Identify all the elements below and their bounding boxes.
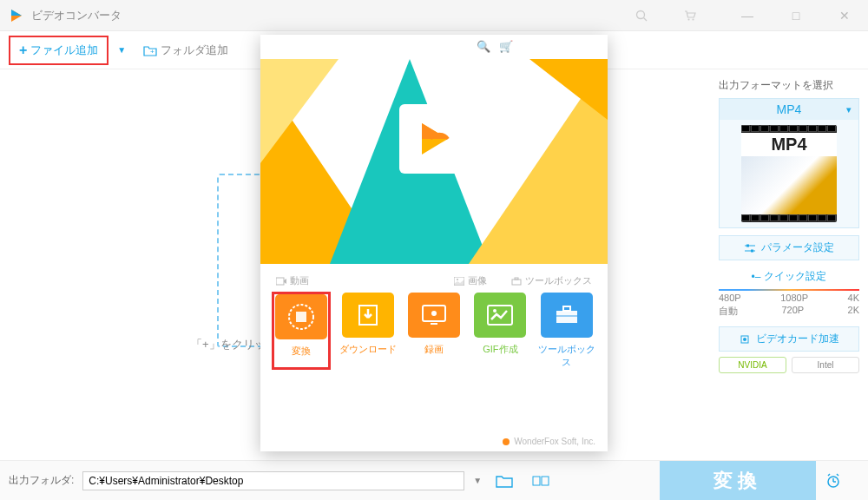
modal-categories: 動画 画像 ツールボックス (273, 271, 595, 293)
svg-rect-8 (751, 249, 753, 252)
svg-line-1 (644, 17, 648, 21)
browse-folder-icon[interactable] (490, 469, 518, 493)
svg-point-2 (688, 18, 690, 20)
resolution-slider[interactable] (719, 289, 859, 291)
modal-title: HD Video Converter Factory Pro (285, 41, 422, 51)
svg-point-34 (503, 438, 510, 445)
svg-rect-21 (512, 280, 521, 285)
format-head[interactable]: MP4 ▾ (720, 99, 858, 120)
tile-record[interactable]: 録画 (405, 293, 463, 369)
svg-point-20 (457, 279, 458, 280)
close-button[interactable]: ✕ (830, 9, 859, 23)
minimize-button[interactable]: — (733, 9, 762, 23)
res-row1: 480P1080P4K (719, 293, 859, 303)
cat-tools: ツールボックス (511, 274, 592, 287)
svg-rect-12 (542, 477, 549, 485)
tile-tools-label: ツールボックス (538, 343, 595, 369)
modal-cart-icon[interactable]: 🛒 (499, 40, 513, 53)
convert-button[interactable]: 変換 (660, 461, 816, 501)
svg-text:+: + (150, 48, 155, 56)
sliders-icon (744, 243, 756, 253)
search-icon[interactable] (635, 10, 665, 22)
format-thumb: MP4 (720, 120, 858, 227)
plus-icon: + (19, 43, 27, 58)
modal-search-icon[interactable]: 🔍 (477, 40, 490, 53)
format-preview-image (741, 156, 837, 214)
download-icon (342, 293, 394, 338)
parameter-settings-button[interactable]: パラメータ設定 (719, 235, 859, 260)
add-folder-button[interactable]: + フォルダ追加 (135, 37, 237, 63)
convert-icon (275, 294, 327, 339)
svg-rect-29 (488, 306, 512, 325)
svg-rect-31 (556, 311, 577, 323)
output-format-title: 出力フォーマットを選択 (719, 78, 859, 93)
tile-download[interactable]: ダウンロード (339, 293, 396, 369)
cart-icon[interactable] (684, 10, 713, 22)
res-row2: 自動720P2K (719, 305, 859, 318)
svg-point-27 (431, 311, 437, 316)
app-title: ビデオコンバータ (31, 8, 122, 23)
folder-plus-icon: + (143, 44, 157, 56)
add-folder-label: フォルダ追加 (161, 43, 228, 58)
gpu-accel-button[interactable]: ビデオカード加速 (719, 326, 859, 352)
sidebar: 出力フォーマットを選択 MP4 ▾ MP4 パラメータ設定 •–クイック設定 4… (719, 78, 859, 373)
svg-rect-18 (276, 278, 284, 285)
output-folder-label: 出力フォルダ: (9, 473, 74, 488)
quick-settings: •–クイック設定 480P1080P4K 自動720P2K (719, 269, 859, 318)
svg-line-17 (837, 474, 838, 476)
modal-menu-icon[interactable]: ☰ (552, 40, 562, 53)
nvidia-chip[interactable]: NVIDIA (719, 357, 786, 373)
record-icon (408, 293, 460, 338)
modal-minimize-button[interactable]: — (571, 40, 582, 53)
modal-footer: WonderFox Soft, Inc. (273, 430, 595, 446)
modal-close-button[interactable]: ✕ (591, 40, 601, 53)
intel-chip[interactable]: Intel (792, 357, 859, 373)
svg-rect-11 (533, 477, 540, 485)
tile-convert[interactable]: 変換 (273, 293, 330, 369)
add-file-button[interactable]: + ファイル追加 (9, 36, 108, 65)
modal-footer-text: WonderFox Soft, Inc. (514, 437, 595, 446)
output-path-input[interactable] (82, 471, 464, 490)
tile-download-label: ダウンロード (339, 343, 396, 356)
bottombar: 出力フォルダ: ▼ 変換 (0, 460, 868, 500)
merge-icon[interactable] (527, 469, 555, 493)
cat-image: 画像 (454, 274, 487, 287)
svg-line-16 (828, 474, 830, 476)
titlebar: ビデオコンバータ — □ ✕ (0, 0, 868, 31)
svg-point-30 (493, 309, 496, 312)
chevron-down-icon: ▾ (846, 104, 852, 115)
svg-point-0 (637, 10, 645, 18)
modal-hero-logo (399, 104, 469, 174)
svg-rect-28 (431, 323, 437, 325)
chip-icon (739, 333, 751, 345)
path-dropdown[interactable]: ▼ (473, 476, 482, 485)
launcher-modal: HD Video Converter Factory Pro 🔍 🛒 | ⚙ ☰… (260, 35, 608, 451)
modal-gear-icon[interactable]: ⚙ (533, 40, 543, 53)
toolbox-icon (541, 293, 593, 338)
gif-icon (474, 293, 526, 338)
svg-rect-32 (563, 306, 570, 311)
add-file-dropdown[interactable]: ▼ (112, 45, 131, 55)
gpu-chips: NVIDIA Intel (719, 357, 859, 373)
tile-convert-label: 変換 (273, 345, 330, 358)
tile-tools[interactable]: ツールボックス (538, 293, 595, 369)
svg-rect-22 (515, 278, 518, 280)
app-logo-icon (9, 8, 24, 23)
format-badge: MP4 (741, 133, 837, 156)
modal-logo-icon (267, 40, 279, 52)
format-selector[interactable]: MP4 ▾ MP4 (719, 98, 859, 228)
tile-gif[interactable]: GIF作成 (471, 293, 529, 369)
param-label: パラメータ設定 (761, 240, 834, 255)
maximize-button[interactable]: □ (781, 9, 811, 23)
svg-rect-7 (746, 244, 749, 247)
add-file-label: ファイル追加 (30, 43, 98, 58)
svg-point-10 (743, 338, 746, 341)
svg-rect-24 (296, 312, 306, 322)
format-name: MP4 (777, 102, 802, 116)
gpu-label: ビデオカード加速 (756, 332, 839, 346)
cat-video: 動画 (276, 274, 309, 287)
tile-record-label: 録画 (405, 343, 463, 356)
modal-hero: HD Video Converter Factory Pro 🔍 🛒 | ⚙ ☰… (260, 35, 608, 264)
alarm-icon[interactable] (825, 472, 859, 490)
svg-point-3 (693, 18, 694, 20)
